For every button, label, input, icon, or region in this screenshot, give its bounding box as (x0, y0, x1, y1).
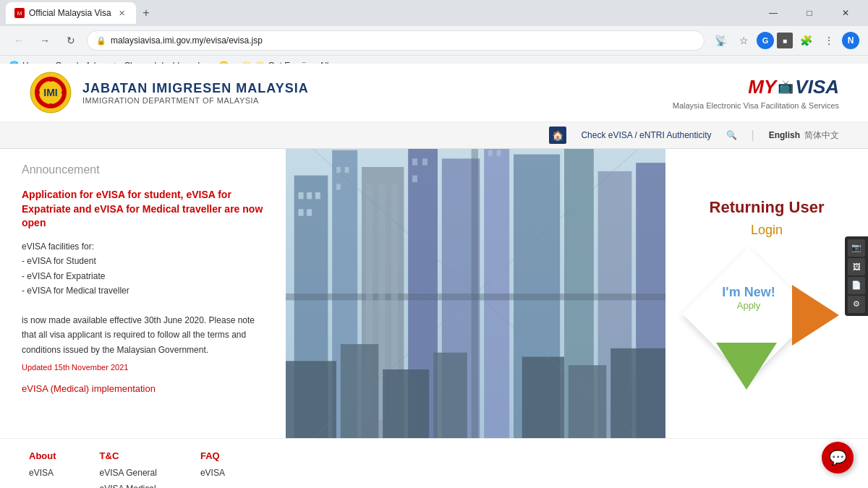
svg-rect-23 (307, 209, 312, 215)
svg-point-5 (48, 103, 53, 108)
body-intro: eVISA facilities for: (22, 241, 94, 252)
footer-col-faq: FAQ eVISA (200, 450, 225, 488)
footer-tc-medical[interactable]: eVISA Medical (100, 481, 157, 488)
extensions-icon[interactable]: 🧩 (796, 30, 816, 51)
facility-2: - eVISA for Expatriate (22, 271, 105, 281)
dept-name: JABATAN IMIGRESEN MALAYSIA (82, 81, 309, 96)
svg-rect-22 (299, 209, 304, 215)
back-button[interactable]: ← (9, 30, 29, 51)
side-icon-doc[interactable]: 📄 (848, 277, 865, 294)
footer: About eVISA T&C eVISA General eVISA Medi… (0, 438, 868, 488)
english-lang-button[interactable]: English (769, 130, 800, 140)
svg-rect-38 (341, 344, 378, 438)
apply-link[interactable]: Apply (709, 300, 788, 311)
svg-rect-40 (433, 353, 467, 438)
home-button[interactable]: 🏠 (549, 127, 566, 144)
svg-rect-31 (497, 150, 501, 156)
svg-point-7 (61, 90, 66, 95)
svg-rect-20 (307, 192, 312, 199)
evisa-medical-link[interactable]: eVISA (Medical) implementation (22, 383, 264, 394)
city-image-area (286, 149, 665, 438)
navigation-bar: 🏠 Check eVISA / eNTRI Authenticity 🔍 | E… (0, 122, 868, 149)
returning-user-section: Returning User Login (710, 198, 825, 238)
window-controls: — □ ✕ (757, 0, 862, 26)
minimize-button[interactable]: — (757, 0, 790, 26)
main-content: Announcement Application for eVISA for s… (0, 149, 868, 438)
new-user-section: I'm New! Apply (694, 260, 839, 390)
browser-extension-2[interactable]: ■ (777, 33, 793, 48)
reload-button[interactable]: ↻ (61, 30, 81, 51)
brand-visa: VISA (795, 76, 839, 98)
facility-3: - eVISA for Medical traveller (22, 286, 129, 296)
footer-tc-heading: T&C (100, 450, 157, 461)
announcement-body: eVISA facilities for: - eVISA for Studen… (22, 239, 264, 357)
nav-separator: | (752, 129, 754, 142)
facility-1: - eVISA for Student (22, 256, 96, 266)
svg-rect-33 (472, 149, 478, 438)
footer-col-about: About eVISA (29, 450, 56, 488)
side-icon-camera[interactable]: 📷 (848, 239, 865, 257)
tab-close-button[interactable]: ✕ (116, 7, 127, 19)
svg-point-4 (48, 77, 53, 82)
announcement-heading: Application for eVISA for student, eVISA… (22, 188, 264, 231)
svg-rect-30 (488, 150, 493, 156)
page-content: IMI JABATAN IMIGRESEN MALAYSIA IMMIGRATI… (0, 64, 868, 488)
extension-icon[interactable]: G (757, 32, 774, 49)
orange-arrow-icon (792, 285, 839, 346)
forward-button[interactable]: → (35, 30, 55, 51)
right-panel: Returning User Login I'm New! Apply (665, 149, 868, 438)
tab-label: Official Malaysia Visa (29, 8, 111, 18)
footer-about-evisa[interactable]: eVISA (29, 466, 56, 481)
cast-icon[interactable]: 📡 (710, 30, 731, 51)
close-button[interactable]: ✕ (829, 0, 862, 26)
address-bar: ← → ↻ 🔒 malaysiavisa.imi.gov.my/evisa/ev… (0, 26, 868, 55)
chinese-lang-button[interactable]: 简体中文 (804, 129, 839, 142)
announcement-title: Announcement (22, 163, 264, 176)
footer-about-heading: About (29, 450, 56, 461)
title-bar: M Official Malaysia Visa ✕ + — □ ✕ (0, 0, 868, 26)
footer-tc-general[interactable]: eVISA General (100, 466, 157, 481)
new-user-text: I'm New! Apply (709, 285, 788, 311)
svg-rect-19 (299, 192, 304, 199)
search-icon[interactable]: 🔍 (726, 130, 737, 140)
dept-subtitle: IMMIGRATION DEPARTMENT OF MALAYSIA (82, 96, 309, 105)
brand-tv-icon: 📺 (778, 79, 793, 95)
body-text: is now made available effective 30th Jun… (22, 315, 255, 355)
dept-logo: IMI (29, 71, 72, 114)
browser-menu-icon[interactable]: ⋮ (819, 30, 839, 51)
language-selector: English 简体中文 (769, 129, 839, 142)
svg-rect-21 (315, 192, 320, 199)
svg-rect-43 (610, 348, 665, 438)
url-bar[interactable]: 🔒 malaysiavisa.imi.gov.my/evisa/evisa.js… (87, 30, 705, 51)
new-tab-button[interactable]: + (136, 3, 156, 23)
lock-icon: 🔒 (96, 36, 106, 46)
tab-favicon: M (14, 8, 25, 18)
footer-faq-evisa[interactable]: eVISA (200, 466, 225, 481)
svg-rect-26 (336, 184, 341, 189)
header-left: IMI JABATAN IMIGRESEN MALAYSIA IMMIGRATI… (29, 71, 309, 114)
new-user-title: I'm New! (709, 285, 788, 300)
chat-button[interactable]: 💬 (822, 442, 854, 474)
check-evisa-label: Check eVISA / eNTRI Authenticity (581, 130, 711, 140)
bookmark-star-icon[interactable]: ☆ (733, 30, 754, 51)
svg-rect-29 (412, 176, 417, 182)
returning-user-title: Returning User (710, 198, 825, 217)
svg-rect-27 (412, 158, 417, 165)
side-icon-image[interactable]: 🖼 (848, 258, 865, 275)
url-text: malaysiavisa.imi.gov.my/evisa/evisa.jsp (111, 35, 263, 46)
login-link[interactable]: Login (710, 223, 825, 238)
check-evisa-link[interactable]: Check eVISA / eNTRI Authenticity (581, 130, 711, 140)
svg-rect-42 (569, 365, 607, 438)
site-header: IMI JABATAN IMIGRESEN MALAYSIA IMMIGRATI… (0, 64, 868, 122)
svg-point-6 (35, 90, 40, 95)
svg-text:IMI: IMI (43, 87, 57, 98)
brand-my: MY (748, 76, 776, 98)
profile-icon[interactable]: N (842, 32, 859, 49)
side-icon-settings[interactable]: ⚙ (848, 296, 865, 313)
city-illustration (286, 149, 665, 438)
svg-rect-39 (383, 369, 429, 438)
header-tagline: Malaysia Electronic Visa Facilitation & … (673, 101, 839, 110)
header-right: MY 📺 VISA Malaysia Electronic Visa Facil… (673, 76, 839, 110)
maximize-button[interactable]: □ (793, 0, 826, 26)
active-tab[interactable]: M Official Malaysia Visa ✕ (6, 2, 136, 24)
